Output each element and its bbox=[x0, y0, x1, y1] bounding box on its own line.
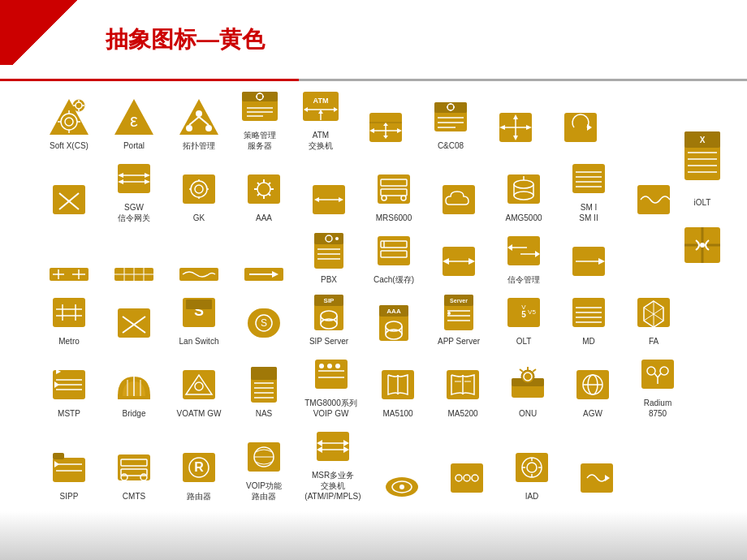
icon-tmg8000: TMG8000系列 VOIP GW bbox=[300, 353, 361, 419]
svg-rect-113 bbox=[637, 185, 670, 214]
svg-rect-219 bbox=[315, 360, 348, 389]
svg-text:Server: Server bbox=[450, 298, 468, 304]
icon-row-1: Soft X(CS) ε Portal 拓扑管理 bbox=[41, 85, 731, 151]
svg-rect-101 bbox=[443, 185, 475, 214]
label-olt: OLT bbox=[516, 336, 532, 347]
svg-text:V5: V5 bbox=[528, 308, 536, 316]
icon-nas: NAS bbox=[235, 364, 292, 419]
svg-rect-253 bbox=[118, 454, 150, 480]
label-aaa: AAA bbox=[256, 213, 272, 223]
svg-rect-161 bbox=[186, 299, 212, 309]
icon-scissors bbox=[41, 266, 97, 285]
icon-row-4: Metro S Lan Switch S bbox=[41, 291, 731, 347]
svg-rect-252 bbox=[53, 453, 64, 459]
icon-lan-switch: S Lan Switch bbox=[171, 291, 227, 347]
icon-blank-12 bbox=[430, 240, 487, 285]
icon-voip-router: VOIP功能 路由器 bbox=[235, 436, 292, 502]
icon-blank-1 bbox=[357, 106, 414, 151]
label-topology: 拓扑管理 bbox=[183, 140, 215, 151]
icon-app-server: Server APP Server bbox=[430, 291, 487, 347]
icon-fa: FA bbox=[625, 291, 682, 347]
icon-cmts: CMTS bbox=[106, 446, 162, 502]
icon-blank-14 bbox=[106, 302, 162, 347]
icon-blank-dots bbox=[438, 457, 495, 502]
svg-point-18 bbox=[205, 125, 212, 131]
icon-row-6: SIPP CMTS R 路由器 bbox=[41, 425, 731, 502]
svg-text:AAA: AAA bbox=[386, 308, 401, 315]
icon-soft-x-cs: Soft X(CS) bbox=[41, 96, 97, 151]
icon-sgw: SGW 信令网关 bbox=[106, 157, 162, 223]
icon-right-box bbox=[674, 224, 731, 275]
svg-point-224 bbox=[335, 364, 340, 368]
label-nas: NAS bbox=[256, 408, 273, 419]
header-line bbox=[0, 79, 747, 81]
svg-point-222 bbox=[319, 364, 324, 368]
icon-blank-4 bbox=[41, 179, 97, 223]
icon-policy-mgr: 策略管理 服务器 bbox=[235, 85, 284, 151]
icon-amg5000: AMG5000 bbox=[495, 168, 552, 223]
label-metro: Metro bbox=[58, 336, 80, 347]
icon-metro: Metro bbox=[41, 291, 97, 347]
icon-blank-5 bbox=[300, 179, 357, 223]
svg-text:SIP: SIP bbox=[324, 297, 335, 304]
svg-rect-214 bbox=[251, 367, 277, 380]
svg-text:5: 5 bbox=[521, 310, 526, 319]
icon-grid: Soft X(CS) ε Portal 拓扑管理 bbox=[41, 85, 731, 511]
icon-onu: ONU bbox=[499, 364, 556, 419]
icon-arrow-right bbox=[235, 266, 292, 285]
icon-msr: MSR多业务 交换机 (ATM/IP/MPLS) bbox=[300, 425, 365, 502]
label-app-server: APP Server bbox=[438, 336, 480, 347]
svg-rect-264 bbox=[317, 432, 349, 461]
svg-rect-68 bbox=[118, 164, 150, 193]
icon-router: R 路由器 bbox=[171, 446, 227, 502]
icon-voatm-gw: VOATM GW bbox=[171, 364, 227, 419]
header-decoration bbox=[0, 0, 89, 65]
icon-row-2: SGW 信令网关 GK bbox=[41, 157, 731, 223]
icon-sipp: SIPP bbox=[41, 446, 97, 502]
label-tmg8000: TMG8000系列 VOIP GW bbox=[304, 398, 356, 419]
label-portal: Portal bbox=[123, 140, 145, 151]
icon-blank-16: AAA bbox=[365, 302, 422, 347]
label-iad: IAD bbox=[525, 491, 539, 502]
svg-line-236 bbox=[533, 369, 536, 372]
svg-rect-156 bbox=[118, 308, 150, 338]
icon-bridge: Bridge bbox=[106, 364, 162, 419]
label-sgw: SGW 信令网关 bbox=[118, 202, 150, 223]
svg-point-297 bbox=[700, 243, 705, 248]
icon-row-5: ▶ MSTP Bridge bbox=[41, 353, 731, 419]
svg-point-134 bbox=[335, 237, 339, 240]
footer bbox=[0, 511, 747, 560]
icon-blank-3 bbox=[552, 106, 609, 151]
icon-pbx: PBX bbox=[300, 230, 357, 285]
icon-gk: GK bbox=[171, 168, 227, 223]
svg-text:R: R bbox=[194, 460, 204, 474]
icon-mstp: ▶ MSTP bbox=[41, 364, 97, 419]
svg-rect-75 bbox=[183, 174, 215, 204]
icon-signal-mgr: 信令管理 bbox=[495, 230, 552, 285]
label-cnc08: C&C08 bbox=[438, 140, 464, 151]
label-cache: Cach(缓存) bbox=[374, 274, 414, 285]
label-ma5200: MA5200 bbox=[447, 408, 477, 419]
label-cmts: CMTS bbox=[123, 491, 145, 502]
icon-blank-last bbox=[568, 457, 625, 502]
svg-point-185 bbox=[447, 312, 451, 315]
icon-cnc08: C&C08 bbox=[422, 96, 479, 151]
label-mstp: MSTP bbox=[58, 408, 80, 419]
svg-rect-108 bbox=[572, 164, 605, 193]
icon-sm: SM I SM II bbox=[560, 157, 617, 223]
icon-topology: 拓扑管理 bbox=[171, 96, 227, 151]
icon-iad: IAD bbox=[503, 446, 560, 502]
icon-agw: AGW bbox=[564, 364, 621, 419]
label-iolt: iOLT bbox=[694, 197, 711, 208]
svg-rect-82 bbox=[248, 174, 280, 204]
svg-line-235 bbox=[520, 369, 523, 372]
label-mrs6000: MRS6000 bbox=[376, 213, 412, 223]
label-fa: FA bbox=[649, 336, 658, 347]
icon-cache: Cach(缓存) bbox=[365, 230, 422, 285]
label-ma5100: MA5100 bbox=[382, 408, 412, 419]
svg-point-17 bbox=[186, 125, 192, 131]
page-title: 抽象图标—黄色 bbox=[106, 24, 265, 55]
svg-point-273 bbox=[399, 485, 404, 489]
svg-text:ε: ε bbox=[130, 110, 138, 131]
icon-atm: ATM ATM 交换机 bbox=[292, 85, 349, 151]
